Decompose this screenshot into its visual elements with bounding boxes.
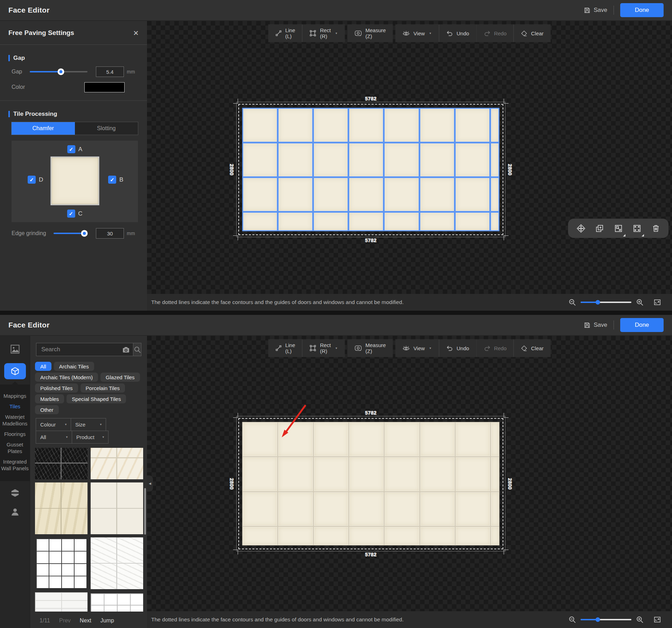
zoom-slider[interactable]	[581, 302, 631, 303]
paved-tile[interactable]	[491, 143, 498, 176]
sidebar-item-floorings[interactable]: Floorings	[1, 431, 29, 437]
paved-tile[interactable]	[420, 492, 455, 526]
filter-chip[interactable]: Marbles	[35, 394, 64, 403]
paved-tile[interactable]	[279, 178, 312, 211]
paved-tile[interactable]	[385, 109, 418, 142]
line-tool-button[interactable]: Line (L)	[268, 339, 302, 357]
collapse-panel-handle[interactable]: ◀	[147, 475, 153, 492]
paved-tile[interactable]	[314, 492, 348, 526]
filter-chip[interactable]: Archaic Tiles (Modern)	[35, 373, 98, 382]
tile-thumbnail-beige-marble-tile[interactable]	[35, 482, 88, 534]
paved-tile[interactable]	[279, 109, 312, 142]
clear-button[interactable]: Clear	[513, 24, 551, 42]
paved-tile[interactable]	[491, 213, 498, 230]
gap-slider[interactable]	[30, 71, 88, 72]
zoom-in-icon[interactable]	[636, 298, 644, 306]
filter-chip[interactable]: Special Shaped Tiles	[66, 394, 126, 403]
zoom-slider[interactable]	[581, 619, 631, 620]
paved-tile[interactable]	[278, 492, 313, 526]
search-field[interactable]	[36, 343, 133, 356]
view-menu-button[interactable]: View ▼	[396, 339, 439, 357]
paved-tile[interactable]	[456, 213, 489, 230]
filter-chip[interactable]: Other	[35, 405, 59, 414]
paved-tile[interactable]	[314, 527, 348, 545]
catalog-scrollbar[interactable]	[144, 488, 146, 535]
zoom-out-icon[interactable]	[568, 616, 576, 623]
zoom-out-icon[interactable]	[568, 298, 576, 306]
paved-tile[interactable]	[349, 423, 384, 456]
save-button[interactable]: Save	[584, 322, 607, 329]
paved-tile[interactable]	[349, 143, 383, 176]
tile-thumbnail-white-light-grid-tile[interactable]	[91, 592, 143, 612]
filter-chip[interactable]: Archaic Tiles	[54, 362, 94, 371]
paved-tile[interactable]	[279, 213, 312, 230]
paved-tile[interactable]	[279, 143, 312, 176]
product-filter-dropdown[interactable]: Product ▼	[72, 431, 108, 444]
tile-grid-selected[interactable]	[242, 108, 499, 231]
paved-tile[interactable]	[420, 527, 455, 545]
paved-tile[interactable]	[243, 457, 277, 491]
paved-tile[interactable]	[420, 423, 455, 456]
save-button[interactable]: Save	[584, 7, 607, 14]
delete-icon[interactable]	[650, 223, 662, 234]
paved-tile[interactable]	[385, 213, 418, 230]
edge-grinding-value-field[interactable]: 30	[96, 228, 124, 239]
sidebar-item-tiles[interactable]: Tiles	[1, 403, 29, 410]
jump-page-button[interactable]: Jump	[100, 618, 114, 624]
search-button[interactable]	[133, 343, 141, 356]
sidebar-item-integrated-wall-panels[interactable]: Integrated Wall Panels	[1, 458, 29, 472]
paved-tile[interactable]	[278, 457, 313, 491]
expand-tool-icon[interactable]	[631, 223, 643, 234]
filter-chip[interactable]: Polished Tiles	[35, 383, 78, 393]
user-profile-icon[interactable]	[10, 507, 20, 517]
paved-tile[interactable]	[243, 143, 277, 176]
paved-tile[interactable]	[456, 423, 490, 456]
paved-tile[interactable]	[456, 457, 490, 491]
tile-thumbnail-white-plank-tile[interactable]	[35, 592, 88, 612]
paved-tile[interactable]	[243, 492, 277, 526]
camera-search-icon[interactable]	[122, 346, 130, 353]
duplicate-tool-icon[interactable]	[594, 223, 606, 234]
zoom-slider-handle[interactable]	[596, 618, 600, 622]
size-filter-dropdown[interactable]: Size ▼	[71, 418, 106, 431]
close-icon[interactable]: ×	[133, 28, 139, 37]
undo-button[interactable]: Undo	[439, 339, 476, 357]
face-region[interactable]: 5782 5782 2800 2800	[242, 108, 499, 231]
paved-tile[interactable]	[349, 213, 383, 230]
paved-tile[interactable]	[243, 527, 277, 545]
tile-thumbnail-white-dark-grid-tile[interactable]	[35, 537, 88, 589]
chamfer-side-b-checkbox[interactable]: ✓ B	[108, 176, 123, 184]
gap-value-field[interactable]: 5.4	[96, 66, 124, 77]
tiles-category-button[interactable]	[4, 363, 26, 379]
filter-chip[interactable]: Glazed Tiles	[100, 373, 140, 382]
tile-thumbnail-pale-beige-tile[interactable]	[91, 482, 143, 534]
tile-thumbnail-white-marble-tile[interactable]	[91, 537, 143, 589]
paved-tile[interactable]	[491, 178, 498, 211]
zoom-in-icon[interactable]	[636, 616, 644, 623]
paved-tile[interactable]	[456, 492, 490, 526]
paved-tile[interactable]	[456, 527, 490, 545]
paved-tile[interactable]	[243, 213, 277, 230]
paved-tile[interactable]	[314, 457, 348, 491]
paved-tile[interactable]	[456, 178, 489, 211]
paved-tile[interactable]	[420, 178, 454, 211]
tab-chamfer[interactable]: Chamfer	[12, 122, 75, 135]
view-menu-button[interactable]: View ▼	[396, 24, 439, 42]
move-tool-icon[interactable]	[575, 223, 587, 234]
edge-grinding-slider[interactable]	[54, 233, 88, 234]
paved-tile[interactable]	[385, 143, 418, 176]
colour-filter-dropdown[interactable]: Colour ▼	[36, 418, 71, 431]
materials-box-icon[interactable]	[10, 488, 20, 498]
paved-tile[interactable]	[385, 423, 419, 456]
tile-thumbnail-cream-veined-tile[interactable]	[91, 448, 143, 479]
paved-tile[interactable]	[491, 527, 499, 545]
paved-tile[interactable]	[385, 527, 419, 545]
paved-tile[interactable]	[314, 109, 348, 142]
redo-button[interactable]: Redo	[476, 339, 513, 357]
paved-tile[interactable]	[385, 457, 419, 491]
gap-color-swatch[interactable]	[84, 82, 125, 92]
paved-tile[interactable]	[243, 423, 277, 456]
rect-tool-button[interactable]: Rect (R) ▼	[302, 24, 345, 42]
paved-tile[interactable]	[314, 178, 348, 211]
chamfer-side-d-checkbox[interactable]: ✓ D	[28, 176, 43, 184]
